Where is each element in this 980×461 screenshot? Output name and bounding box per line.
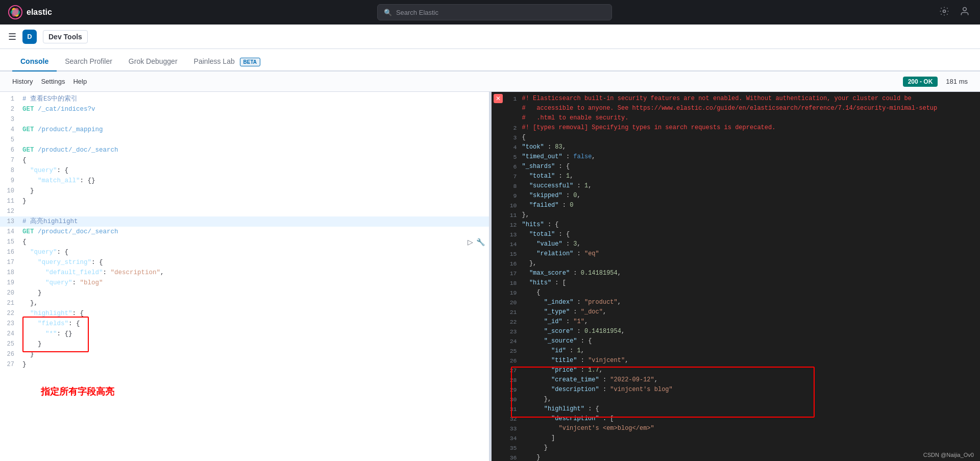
- beta-badge: BETA: [240, 58, 260, 66]
- elastic-logo[interactable]: elastic: [8, 5, 52, 19]
- user-icon-button[interactable]: [958, 4, 972, 21]
- editor-line: 7 {: [0, 155, 489, 165]
- elastic-logo-text: elastic: [27, 8, 52, 17]
- output-line: 10 "failed" : 0: [507, 201, 976, 210]
- main-content: 1 # 查看ES中的索引 2 GET /_cat/indices?v 3 4 G…: [0, 92, 980, 461]
- tab-console[interactable]: Console: [12, 52, 57, 71]
- editor-line: 25 }: [0, 339, 489, 349]
- wrench-button[interactable]: 🔧: [476, 238, 485, 246]
- output-line: 30 },: [507, 395, 976, 404]
- second-bar: ☰ D Dev Tools: [0, 25, 980, 49]
- output-panel: ✕ 1 #! Elasticsearch built-in security f…: [492, 92, 981, 461]
- editor-line: 19 "query": "blog": [0, 278, 489, 288]
- editor-line: 8 "query": {: [0, 165, 489, 176]
- search-bar-container: 🔍 Search Elastic: [58, 4, 931, 20]
- output-line: 21 "_type" : "_doc",: [507, 307, 976, 317]
- output-line: 22 "_id" : "1",: [507, 317, 976, 327]
- editor-panel[interactable]: 1 # 查看ES中的索引 2 GET /_cat/indices?v 3 4 G…: [0, 92, 489, 461]
- output-line: 26 "title" : "vinjcent",: [507, 356, 976, 366]
- output-line-highlight: 35 }: [507, 443, 976, 453]
- editor-line: 1 # 查看ES中的索引: [0, 94, 489, 104]
- search-placeholder: Search Elastic: [396, 9, 438, 16]
- editor-line: 21 },: [0, 298, 489, 308]
- editor-line: 17 "query_string": {: [0, 257, 489, 268]
- tab-painless-lab[interactable]: Painless Lab BETA: [186, 52, 269, 71]
- editor-line: 2 GET /_cat/indices?v: [0, 104, 489, 114]
- output-line: 2 #! [types removal] Specifying types in…: [507, 123, 976, 133]
- output-close-button[interactable]: ✕: [494, 94, 503, 103]
- editor-line: 15 { ▷ 🔧: [0, 237, 489, 247]
- editor-line: 22 "highlight": {: [0, 308, 489, 319]
- output-line: 15 "relation" : "eq": [507, 249, 976, 259]
- output-line: 3 {: [507, 133, 976, 142]
- editor-line: 20 }: [0, 288, 489, 298]
- editor-annotation-label: 指定所有字段高亮: [41, 385, 114, 398]
- output-line: 11 },: [507, 210, 976, 220]
- editor-line: 11 }: [0, 196, 489, 206]
- toolbar: History Settings Help 200 - OK 181 ms: [0, 71, 980, 92]
- output-line: 1 #! Elasticsearch built-in security fea…: [507, 94, 976, 104]
- settings-button[interactable]: Settings: [41, 78, 65, 85]
- timing-text: 181 ms: [946, 78, 968, 85]
- editor-line: 18 "default_field": "description",: [0, 268, 489, 278]
- output-line: 4 "took" : 83,: [507, 142, 976, 152]
- top-navigation: elastic 🔍 Search Elastic: [0, 0, 980, 25]
- output-line: 7 "total" : 1,: [507, 172, 976, 181]
- editor-line: 4 GET /product/_mapping: [0, 125, 489, 135]
- output-line: 36 }: [507, 453, 976, 461]
- editor-line-highlighted: 13 # 高亮highlight: [0, 216, 489, 227]
- editor-line: 5: [0, 135, 489, 145]
- output-line: 23 "_score" : 0.14181954,: [507, 327, 976, 336]
- output-line-highlight: 33 "vinjcent's <em>blog</em>": [507, 424, 976, 433]
- status-badge: 200 - OK: [903, 77, 938, 87]
- output-line: 24 "_source" : {: [507, 336, 976, 346]
- output-line: 9 "skipped" : 0,: [507, 191, 976, 201]
- editor-line: 24 "*": {}: [0, 329, 489, 339]
- output-line: 12 "hits" : {: [507, 220, 976, 230]
- output-line: 5 "timed_out" : false,: [507, 152, 976, 162]
- output-content[interactable]: 1 #! Elasticsearch built-in security fea…: [492, 92, 981, 461]
- svg-point-4: [943, 10, 946, 12]
- editor-line: 27 }: [0, 359, 489, 370]
- app-badge: D: [22, 30, 37, 44]
- editor-line: 26 }: [0, 349, 489, 359]
- output-line: # accessible to anyone. See https://www.…: [507, 104, 976, 113]
- editor-content[interactable]: 1 # 查看ES中的索引 2 GET /_cat/indices?v 3 4 G…: [0, 92, 489, 461]
- hamburger-button[interactable]: ☰: [8, 31, 16, 42]
- settings-icon-button[interactable]: [937, 4, 951, 21]
- svg-point-5: [963, 7, 967, 11]
- editor-line: 23 "fields": {: [0, 319, 489, 329]
- tab-bar: Console Search Profiler Grok Debugger Pa…: [0, 49, 980, 71]
- output-line: # .html to enable security.: [507, 113, 976, 123]
- help-button[interactable]: Help: [73, 78, 87, 85]
- tab-search-profiler[interactable]: Search Profiler: [57, 52, 120, 71]
- editor-line: 6 GET /product/_doc/_search: [0, 145, 489, 155]
- search-bar[interactable]: 🔍 Search Elastic: [377, 4, 612, 20]
- run-button[interactable]: ▷: [468, 238, 473, 246]
- watermark: CSDN @Naijia_Ov0: [923, 452, 974, 458]
- app-title-button[interactable]: Dev Tools: [43, 30, 88, 43]
- nav-icons: [937, 4, 972, 21]
- output-line: 29 "description" : "vinjcent's blog": [507, 385, 976, 395]
- output-line: 28 "create_time" : "2022-09-12",: [507, 375, 976, 385]
- editor-line: 16 "query": {: [0, 247, 489, 257]
- editor-line: 10 }: [0, 186, 489, 196]
- output-line: 8 "successful" : 1,: [507, 181, 976, 191]
- search-icon: 🔍: [384, 9, 392, 16]
- output-line: 25 "id" : 1,: [507, 346, 976, 356]
- output-line: 18 "hits" : [: [507, 278, 976, 288]
- editor-line: 3: [0, 114, 489, 125]
- output-line: 16 },: [507, 259, 976, 269]
- output-line: 17 "max_score" : 0.14181954,: [507, 269, 976, 278]
- editor-line: 12: [0, 206, 489, 216]
- output-line-highlight: 34 ]: [507, 433, 976, 443]
- editor-line: 14 GET /product/_doc/_search: [0, 227, 489, 237]
- output-line-highlight: 31 "highlight" : {: [507, 404, 976, 414]
- tab-grok-debugger[interactable]: Grok Debugger: [120, 52, 186, 71]
- output-line-highlight: 32 "description" : [: [507, 414, 976, 424]
- output-line: 6 "_shards" : {: [507, 162, 976, 172]
- output-line: 19 {: [507, 288, 976, 298]
- output-line: 13 "total" : {: [507, 230, 976, 239]
- output-line: 14 "value" : 3,: [507, 239, 976, 249]
- history-button[interactable]: History: [12, 78, 33, 85]
